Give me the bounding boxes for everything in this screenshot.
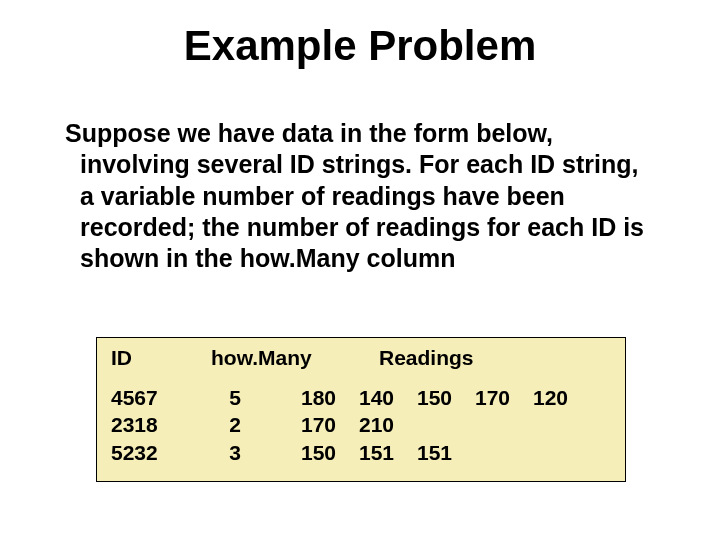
col-header-readings: Readings xyxy=(351,346,611,370)
cell-how: 3 xyxy=(201,439,269,466)
cell-how: 5 xyxy=(201,384,269,411)
cell-reading: 151 xyxy=(417,439,475,466)
cell-reading xyxy=(533,439,591,466)
cell-reading xyxy=(533,411,591,438)
slide: Example Problem Suppose we have data in … xyxy=(0,0,720,540)
cell-reading: 150 xyxy=(301,439,359,466)
cell-reading: 170 xyxy=(475,384,533,411)
slide-title: Example Problem xyxy=(0,22,720,70)
cell-reading: 120 xyxy=(533,384,591,411)
table-row: 5232 3 150 151 151 xyxy=(111,439,611,466)
cell-id: 5232 xyxy=(111,439,201,466)
cell-reading: 140 xyxy=(359,384,417,411)
cell-id: 4567 xyxy=(111,384,201,411)
data-table: ID how.Many Readings 4567 5 180 140 150 … xyxy=(96,337,626,482)
cell-how: 2 xyxy=(201,411,269,438)
col-header-id: ID xyxy=(111,346,211,370)
cell-reading: 151 xyxy=(359,439,417,466)
table-header: ID how.Many Readings xyxy=(111,346,611,370)
cell-reading xyxy=(417,411,475,438)
cell-id: 2318 xyxy=(111,411,201,438)
cell-reading: 210 xyxy=(359,411,417,438)
cell-reading: 170 xyxy=(301,411,359,438)
cell-reading xyxy=(475,411,533,438)
body-text: Suppose we have data in the form below, … xyxy=(80,118,650,274)
table-row: 4567 5 180 140 150 170 120 xyxy=(111,384,611,411)
cell-reading: 150 xyxy=(417,384,475,411)
body-paragraph: Suppose we have data in the form below, … xyxy=(80,118,650,274)
cell-reading xyxy=(475,439,533,466)
table-row: 2318 2 170 210 xyxy=(111,411,611,438)
col-header-howmany: how.Many xyxy=(211,346,351,370)
cell-reading: 180 xyxy=(301,384,359,411)
